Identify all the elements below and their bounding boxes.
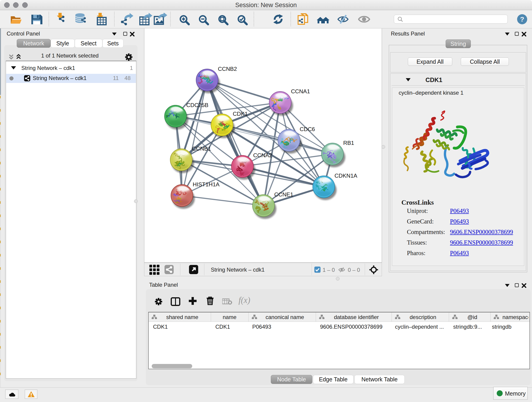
svg-text:RB1: RB1 [343, 140, 354, 146]
svg-text:CDC6: CDC6 [300, 126, 315, 132]
svg-text:CDKN1A: CDKN1A [335, 172, 357, 179]
svg-text:CCNE1: CCNE1 [274, 191, 293, 198]
svg-text:CCNA1: CCNA1 [291, 88, 310, 95]
svg-text:CCNA2: CCNA2 [253, 152, 272, 158]
svg-text:?: ? [520, 15, 524, 23]
svg-text:HIST1H1A: HIST1H1A [193, 181, 220, 187]
svg-text:CDC25B: CDC25B [186, 102, 209, 108]
svg-text:CDK1: CDK1 [233, 111, 248, 117]
svg-text:CCNB1: CCNB1 [192, 146, 211, 152]
svg-text:CCNB2: CCNB2 [218, 66, 237, 72]
